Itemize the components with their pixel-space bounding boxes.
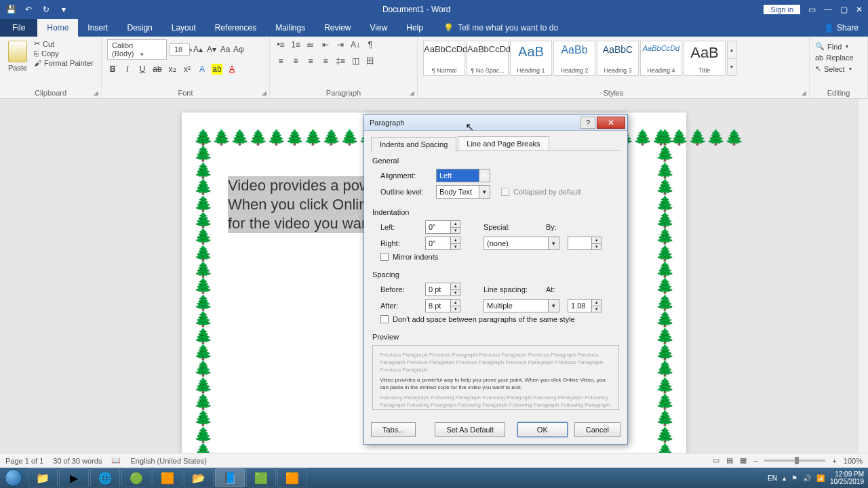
inc-indent-icon[interactable]: ⇥	[335, 39, 346, 50]
at-spinner[interactable]: 1.08▴▾	[568, 299, 601, 312]
style-heading2[interactable]: AaBbHeading 2	[553, 41, 595, 76]
style-normal[interactable]: AaBbCcDd¶ Normal	[423, 41, 465, 76]
cancel-button[interactable]: Cancel	[574, 422, 620, 437]
align-center-icon[interactable]: ≡	[290, 56, 301, 66]
maximize-icon[interactable]: ▢	[840, 5, 848, 14]
shrink-font-icon[interactable]: A▾	[206, 44, 217, 55]
zoom-in-icon[interactable]: +	[832, 457, 836, 465]
highlight-icon[interactable]: ab	[212, 64, 222, 75]
default-button[interactable]: Set As Default	[435, 422, 505, 437]
paste-button[interactable]: Paste	[5, 39, 30, 72]
tray-flag-icon[interactable]: ⚑	[791, 474, 797, 482]
sort-icon[interactable]: A↓	[350, 39, 361, 50]
borders-icon[interactable]: 田	[365, 56, 376, 66]
dontadd-checkbox[interactable]	[380, 315, 389, 323]
show-marks-icon[interactable]: ¶	[365, 39, 376, 50]
bullets-icon[interactable]: •≡	[275, 39, 286, 50]
multilevel-icon[interactable]: ⩸	[305, 39, 316, 50]
font-size-select[interactable]: 18	[170, 43, 190, 56]
document-text[interactable]: Video provides a pow When you click Onli…	[228, 176, 370, 233]
task-snagit[interactable]: 🟧	[277, 468, 307, 487]
close-icon[interactable]: ✕	[856, 5, 863, 14]
task-camtasia[interactable]: 🟩	[246, 468, 276, 487]
select-button[interactable]: ↖Select▾	[815, 64, 862, 73]
task-app2[interactable]: 🟧	[153, 468, 182, 487]
tab-view[interactable]: View	[361, 19, 397, 37]
replace-button[interactable]: abReplace	[815, 54, 862, 62]
task-media[interactable]: ▶	[59, 468, 89, 487]
page-status[interactable]: Page 1 of 1	[5, 457, 43, 465]
redo-icon[interactable]: ↻	[41, 4, 52, 15]
tab-insert[interactable]: Insert	[78, 19, 117, 37]
undo-icon[interactable]: ↶	[23, 4, 34, 15]
save-icon[interactable]: 💾	[5, 4, 16, 15]
tray-up-icon[interactable]: ▴	[783, 474, 786, 482]
dialog-help-button[interactable]: ?	[580, 117, 595, 129]
qat-customize-icon[interactable]: ▾	[58, 4, 69, 15]
outline-select[interactable]: Body Text▾	[436, 185, 490, 199]
text-effects-icon[interactable]: A	[197, 64, 208, 75]
read-mode-icon[interactable]: ▭	[713, 456, 719, 465]
word-count[interactable]: 30 of 30 words	[53, 457, 102, 465]
strike-button[interactable]: ab	[152, 64, 163, 75]
styles-more-icon[interactable]: ▴▾	[727, 41, 736, 76]
align-right-icon[interactable]: ≡	[305, 56, 316, 66]
tab-help[interactable]: Help	[397, 19, 433, 37]
task-folder[interactable]: 📂	[184, 468, 214, 487]
mirror-checkbox[interactable]	[380, 253, 389, 261]
cut-button[interactable]: ✂Cut	[34, 39, 94, 48]
tab-layout[interactable]: Layout	[162, 19, 205, 37]
task-app1[interactable]: 🟢	[121, 468, 151, 487]
by-spinner[interactable]: ▴▾	[568, 237, 601, 250]
spell-check-icon[interactable]: 📖	[111, 456, 121, 465]
bold-button[interactable]: B	[107, 64, 118, 75]
minimize-icon[interactable]: —	[824, 5, 832, 14]
right-indent-spinner[interactable]: 0"▴▾	[425, 237, 460, 250]
tab-review[interactable]: Review	[315, 19, 360, 37]
copy-button[interactable]: ⎘Copy	[34, 49, 94, 58]
web-layout-icon[interactable]: ▦	[740, 456, 747, 465]
tabs-button[interactable]: Tabs...	[371, 422, 416, 437]
change-case-icon[interactable]: Aa	[220, 44, 231, 55]
vertical-scrollbar[interactable]	[857, 99, 868, 453]
grow-font-icon[interactable]: A▴	[193, 44, 203, 55]
signin-button[interactable]: Sign in	[764, 5, 800, 14]
task-chrome[interactable]: 🌐	[90, 468, 120, 487]
language-status[interactable]: English (United States)	[130, 457, 207, 465]
dialog-tab-breaks[interactable]: Line and Page Breaks	[458, 136, 549, 150]
font-color-icon[interactable]: A	[226, 64, 237, 75]
alignment-select[interactable]: Left▾	[436, 169, 490, 182]
before-spinner[interactable]: 0 pt▴▾	[425, 283, 460, 296]
style-heading3[interactable]: AaBbCHeading 3	[597, 41, 639, 76]
style-heading4[interactable]: AaBbCcDdHeading 4	[640, 41, 682, 76]
underline-button[interactable]: U	[137, 64, 148, 75]
style-heading1[interactable]: AaBHeading 1	[510, 41, 552, 76]
zoom-level[interactable]: 100%	[844, 457, 863, 465]
tab-mailings[interactable]: Mailings	[266, 19, 315, 37]
tray-network-icon[interactable]: 🔊	[803, 474, 811, 482]
tab-home[interactable]: Home	[37, 19, 78, 37]
tray-clock[interactable]: 12:09 PM 10/25/2019	[830, 470, 864, 485]
justify-icon[interactable]: ≡	[320, 56, 331, 66]
tell-me-box[interactable]: 💡Tell me what you want to do	[438, 19, 564, 37]
line-spacing-icon[interactable]: ‡≡	[335, 56, 346, 66]
zoom-out-icon[interactable]: −	[753, 457, 757, 465]
tray-lang[interactable]: EN	[768, 474, 777, 482]
ribbon-options-icon[interactable]: ▭	[808, 5, 816, 14]
clipboard-launcher-icon[interactable]: ◢	[94, 89, 98, 96]
dialog-close-button[interactable]: ✕	[597, 117, 625, 129]
shading-icon[interactable]: ◫	[350, 56, 361, 66]
task-word[interactable]: 📘	[215, 468, 245, 487]
print-layout-icon[interactable]: ▤	[726, 456, 733, 465]
ok-button[interactable]: OK	[517, 422, 568, 437]
align-left-icon[interactable]: ≡	[275, 56, 286, 66]
special-select[interactable]: (none)▾	[484, 237, 559, 250]
left-indent-spinner[interactable]: 0"▴▾	[425, 220, 460, 234]
zoom-slider[interactable]	[764, 460, 825, 462]
font-launcher-icon[interactable]: ◢	[262, 89, 267, 96]
line-spacing-select[interactable]: Multiple▾	[484, 299, 559, 312]
start-button[interactable]	[0, 468, 27, 488]
task-explorer[interactable]: 📁	[28, 468, 58, 487]
format-painter-button[interactable]: 🖌Format Painter	[34, 59, 94, 67]
font-name-select[interactable]: Calibri (Body)	[107, 39, 167, 60]
